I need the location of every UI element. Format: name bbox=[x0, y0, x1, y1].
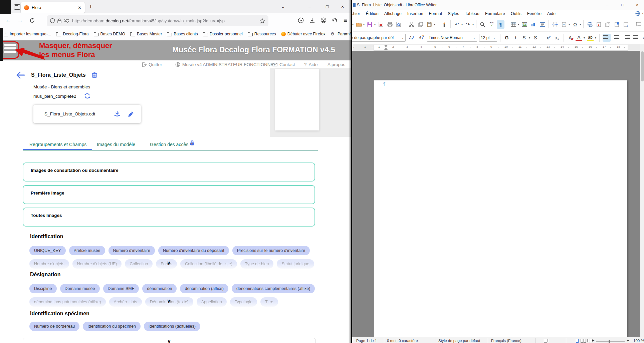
undo-icon[interactable]: ↶ bbox=[453, 20, 461, 29]
url-bar[interactable]: https://demobam.decalog.net/formationv45… bbox=[47, 15, 268, 26]
app-menu-hamburger-icon[interactable]: ≡ bbox=[344, 17, 347, 24]
insert-footnote-icon[interactable]: 1 bbox=[595, 20, 603, 29]
menu-item[interactable]: Aide bbox=[547, 11, 556, 16]
writer-vertical-scrollbar[interactable] bbox=[640, 44, 644, 337]
insert-comment-icon[interactable] bbox=[635, 20, 642, 29]
hyperlink-icon[interactable] bbox=[586, 20, 594, 29]
save-icon[interactable] bbox=[366, 20, 374, 29]
bookmarks-overflow-chevron[interactable]: » bbox=[345, 31, 347, 36]
align-right-button[interactable] bbox=[623, 34, 631, 42]
field-chip[interactable]: Domaine musée bbox=[60, 284, 100, 293]
group-box-images-consultation[interactable]: Images de consultation ou documentaire bbox=[23, 162, 315, 182]
status-language[interactable]: Français (France) bbox=[491, 339, 521, 343]
table-dropdown[interactable]: ▾ bbox=[518, 23, 519, 26]
group-box-toutes-images[interactable]: Toutes Images bbox=[23, 208, 315, 227]
quit-link[interactable]: Quitter bbox=[142, 62, 162, 67]
paragraph-style-combo[interactable]: le de paragraphe par déf⌄ bbox=[352, 34, 406, 42]
lock-icon[interactable] bbox=[57, 18, 61, 23]
tab-gestion-des-acces[interactable]: Gestion des accès bbox=[150, 142, 194, 147]
writer-close-button[interactable]: × bbox=[636, 2, 639, 7]
print-preview-icon[interactable] bbox=[395, 20, 403, 29]
field-chip[interactable]: dénomination (affixe) bbox=[180, 284, 228, 293]
spellcheck-icon[interactable]: abc ✓ bbox=[488, 20, 495, 29]
bookmark-item[interactable]: Bases clients bbox=[167, 32, 198, 36]
special-char-dropdown[interactable]: ▾ bbox=[580, 23, 581, 26]
zoom-out-button[interactable]: − bbox=[592, 338, 595, 343]
field-chip[interactable]: dénomination bbox=[142, 284, 177, 293]
italic-button[interactable]: I bbox=[512, 35, 519, 40]
menu-item[interactable]: Format bbox=[429, 11, 442, 16]
align-left-button[interactable] bbox=[603, 34, 611, 42]
window-close-button[interactable]: × bbox=[341, 4, 344, 9]
forward-button[interactable]: → bbox=[17, 17, 23, 24]
writer-maximize-button[interactable]: □ bbox=[621, 2, 624, 7]
paste-dropdown[interactable]: ▾ bbox=[434, 23, 435, 26]
view-single-page-icon[interactable] bbox=[575, 339, 579, 343]
align-justify-button[interactable] bbox=[633, 34, 641, 42]
firefox-view-icon[interactable] bbox=[14, 4, 20, 10]
status-page-style[interactable]: Style de page par défaut bbox=[438, 339, 480, 343]
superscript-button[interactable]: x² bbox=[545, 35, 552, 40]
url-text[interactable]: https://demobam.decalog.net/formationv45… bbox=[72, 18, 259, 23]
strikethrough-button[interactable]: S bbox=[532, 35, 539, 40]
save-dropdown[interactable]: ▾ bbox=[374, 23, 376, 26]
insert-chart-icon[interactable] bbox=[529, 20, 537, 29]
tab-stop-selector[interactable]: ⌐ bbox=[354, 45, 356, 49]
bookmark-item[interactable]: Dossier personnel bbox=[203, 32, 243, 36]
underline-button[interactable]: S bbox=[521, 35, 527, 40]
template-file-card[interactable]: S_Flora_Liste_Objets.odt bbox=[33, 105, 141, 123]
field-chip[interactable]: Numéro de bordereau bbox=[29, 322, 79, 331]
bookmark-item[interactable]: Importer les marque-... bbox=[4, 32, 51, 36]
writer-minimize-button[interactable]: – bbox=[606, 2, 608, 7]
insert-field-icon[interactable] bbox=[560, 20, 568, 29]
back-arrow-icon[interactable] bbox=[16, 71, 25, 79]
insert-text-box-icon[interactable] bbox=[539, 20, 546, 29]
back-button[interactable]: ← bbox=[5, 17, 11, 24]
tab-list-chevron-icon[interactable]: ⌄ bbox=[281, 4, 285, 9]
browser-tab-flora[interactable]: Flora ✕ bbox=[21, 2, 85, 13]
status-zoom-percent[interactable]: 100 % bbox=[633, 339, 644, 343]
paste-icon[interactable] bbox=[426, 20, 433, 29]
formatting-marks-icon[interactable]: ¶ bbox=[497, 20, 504, 29]
insert-image-icon[interactable] bbox=[520, 20, 528, 29]
language-globe-icon[interactable] bbox=[635, 11, 640, 16]
field-chip[interactable]: Préfixe musée bbox=[69, 246, 105, 255]
menu-item[interactable]: Affichage bbox=[384, 11, 402, 16]
copy-icon[interactable] bbox=[417, 20, 424, 29]
bookmark-item[interactable]: Ressources bbox=[248, 32, 276, 36]
expand-chevron-icon[interactable]: ∨ bbox=[167, 260, 171, 266]
download-icon[interactable] bbox=[114, 111, 121, 117]
expand-chevron-icon[interactable]: ∨ bbox=[167, 338, 171, 343]
field-chip[interactable]: Numéro d'inventaire du déposant bbox=[158, 246, 229, 255]
field-chip[interactable]: UNIQUE_KEY bbox=[29, 246, 66, 255]
extensions-puzzle-icon[interactable] bbox=[332, 18, 338, 23]
menu-item[interactable]: Fenêtre bbox=[527, 11, 542, 16]
page-break-icon[interactable] bbox=[551, 20, 559, 29]
font-color-button[interactable]: A bbox=[576, 35, 582, 41]
tab-images-du-modele[interactable]: Images du modèle bbox=[97, 142, 135, 147]
document-close-icon[interactable]: × bbox=[642, 11, 644, 15]
window-minimize-button[interactable]: – bbox=[308, 4, 311, 9]
clone-formatting-icon[interactable] bbox=[440, 20, 448, 29]
help-link[interactable]: ? Aide bbox=[304, 62, 318, 67]
pocket-icon[interactable] bbox=[298, 17, 304, 23]
selection-mode-icon[interactable] bbox=[544, 339, 549, 343]
field-chip[interactable]: Précisions sur le numéro d'inventaire bbox=[232, 246, 310, 255]
bookmark-item[interactable]: Bases DEMO bbox=[94, 32, 125, 36]
menu-item[interactable]: Styles bbox=[448, 11, 459, 16]
open-dropdown[interactable]: ▾ bbox=[363, 23, 365, 26]
new-tab-button[interactable]: + bbox=[89, 3, 92, 11]
expand-chevron-icon[interactable]: ∨ bbox=[167, 298, 171, 304]
insert-section-icon[interactable] bbox=[622, 20, 630, 29]
clear-formatting-icon[interactable]: A bbox=[567, 35, 574, 40]
menu-item[interactable]: Insertion bbox=[407, 11, 423, 16]
cross-reference-icon[interactable] bbox=[604, 20, 612, 29]
menu-item[interactable]: Édition bbox=[366, 11, 379, 16]
horizontal-ruler[interactable]: ⌐ 1123456789101112131415161718 bbox=[352, 44, 644, 51]
refresh-icon[interactable] bbox=[84, 93, 90, 99]
bookmark-star-icon[interactable] bbox=[259, 18, 265, 24]
zoom-slider[interactable] bbox=[596, 341, 625, 342]
highlight-color-button[interactable]: ab bbox=[587, 35, 594, 41]
tab-regroupements-et-champs[interactable]: Regroupements et Champs bbox=[29, 142, 86, 147]
current-user[interactable]: Musée v4 ADMINISTRATEUR FONCTIONNEL bbox=[175, 62, 276, 67]
